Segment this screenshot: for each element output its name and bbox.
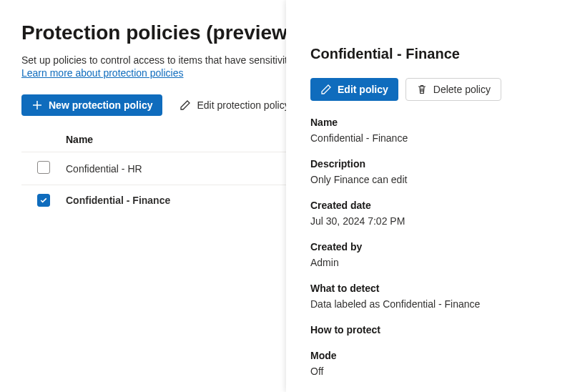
edit-icon xyxy=(180,99,191,111)
new-policy-label: New protection policy xyxy=(49,99,152,111)
row-checkbox[interactable] xyxy=(37,194,50,207)
field-created-by: Created by Admin xyxy=(310,241,561,268)
field-label: Description xyxy=(310,158,561,170)
field-description: Description Only Finance can edit xyxy=(310,158,561,185)
delete-policy-label: Delete policy xyxy=(433,84,491,95)
field-how-to-protect: How to protect xyxy=(310,324,561,335)
edit-protection-policy-button[interactable]: Edit protection policy xyxy=(169,94,299,116)
edit-policy-label: Edit policy xyxy=(338,84,388,95)
field-what-to-detect: What to detect Data labeled as Confident… xyxy=(310,283,561,310)
field-value: Jul 30, 2024 7:02 PM xyxy=(310,215,561,227)
field-name: Name Confidential - Finance xyxy=(310,117,561,144)
field-created-date: Created date Jul 30, 2024 7:02 PM xyxy=(310,200,561,227)
field-label: Created by xyxy=(310,241,561,253)
field-label: What to detect xyxy=(310,283,561,294)
new-protection-policy-button[interactable]: New protection policy xyxy=(21,94,162,116)
field-value: Admin xyxy=(310,257,561,268)
panel-title: Confidential - Finance xyxy=(310,46,561,62)
field-value: Off xyxy=(310,366,561,377)
field-value: Only Finance can edit xyxy=(310,174,561,185)
edit-icon xyxy=(320,84,332,95)
field-mode: Mode Off xyxy=(310,350,561,377)
field-value: Confidential - Finance xyxy=(310,132,561,144)
plus-icon xyxy=(31,99,43,111)
field-value: Data labeled as Confidential - Finance xyxy=(310,298,561,310)
edit-policy-toolbar-label: Edit protection policy xyxy=(197,99,289,111)
field-label: Created date xyxy=(310,200,561,211)
row-checkbox[interactable] xyxy=(37,161,50,174)
edit-policy-button[interactable]: Edit policy xyxy=(310,78,398,101)
field-label: How to protect xyxy=(310,324,561,335)
field-label: Name xyxy=(310,117,561,128)
panel-actions: Edit policy Delete policy xyxy=(310,78,561,101)
delete-icon xyxy=(416,84,428,95)
details-panel: Confidential - Finance Edit policy Delet… xyxy=(286,0,585,392)
field-label: Mode xyxy=(310,350,561,361)
delete-policy-button[interactable]: Delete policy xyxy=(405,78,501,101)
learn-more-link[interactable]: Learn more about protection policies xyxy=(21,67,183,79)
